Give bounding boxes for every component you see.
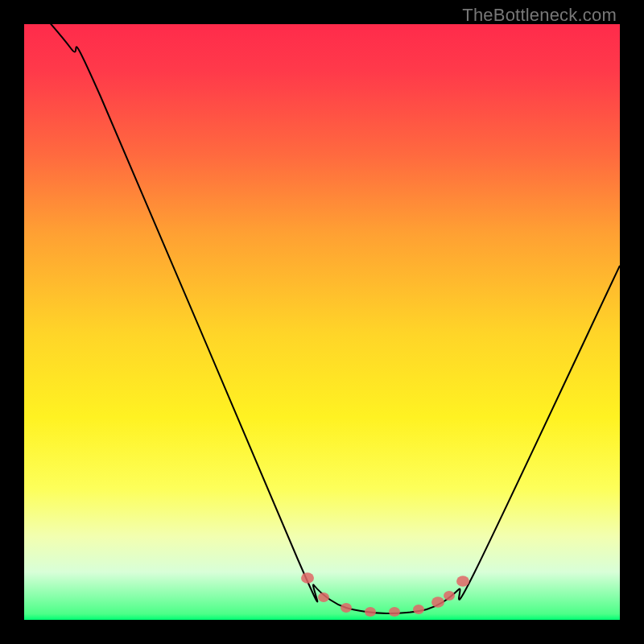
plot-area	[24, 24, 620, 620]
curve-marker	[318, 592, 329, 602]
curve-marker	[365, 607, 376, 617]
curve-marker	[413, 605, 424, 614]
marker-group	[301, 572, 469, 617]
bottleneck-curve	[24, 24, 620, 613]
curve-marker	[389, 607, 400, 617]
chart-container: TheBottleneck.com	[0, 0, 644, 644]
watermark-text: TheBottleneck.com	[462, 5, 617, 26]
curve-marker	[341, 603, 352, 613]
curve-marker	[444, 591, 455, 601]
curve-marker	[301, 572, 314, 584]
curve-marker	[456, 576, 469, 587]
curve-svg	[24, 24, 620, 620]
curve-marker	[431, 597, 444, 608]
